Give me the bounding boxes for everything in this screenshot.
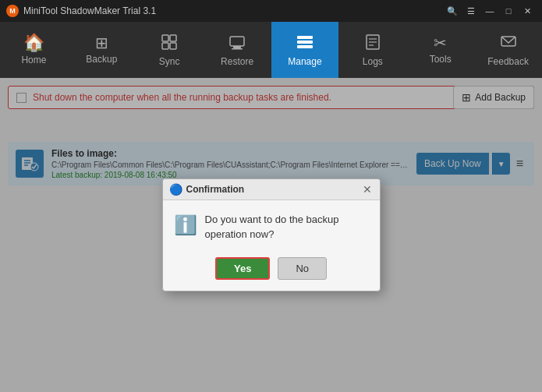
nav-feedback-label: Feedback	[487, 56, 529, 67]
dialog-body: ℹ️ Do you want to do the backup operatio…	[163, 200, 380, 250]
sidebar-item-backup[interactable]: ⊞ Backup	[68, 22, 136, 78]
nav-logs-label: Logs	[363, 56, 383, 67]
svg-rect-7	[297, 36, 313, 39]
dialog-footer: Yes No	[163, 251, 380, 291]
dialog-yes-button[interactable]: Yes	[215, 257, 270, 280]
close-button[interactable]: ✕	[519, 4, 536, 18]
sidebar-item-tools[interactable]: ✂ Tools	[406, 22, 474, 78]
nav-bar: 🏠 Home ⊞ Backup Sync Restore	[0, 22, 542, 78]
restore-icon	[228, 34, 246, 53]
svg-rect-9	[297, 45, 313, 48]
tools-icon: ✂	[434, 35, 447, 51]
manage-icon	[296, 34, 314, 53]
nav-backup-label: Backup	[86, 54, 117, 65]
svg-rect-5	[233, 46, 241, 48]
dialog-close-button[interactable]: ✕	[361, 183, 374, 196]
svg-rect-0	[162, 35, 168, 41]
sidebar-item-sync[interactable]: Sync	[136, 22, 204, 78]
logs-icon	[364, 34, 381, 53]
svg-rect-6	[232, 48, 243, 50]
dialog-info-icon: ℹ️	[174, 214, 197, 236]
sidebar-item-feedback[interactable]: Feedback	[474, 22, 542, 78]
sidebar-item-home[interactable]: 🏠 Home	[0, 22, 68, 78]
svg-rect-1	[170, 35, 176, 41]
title-bar: M MiniTool ShadowMaker Trial 3.1 🔍 ☰ — □…	[0, 0, 542, 22]
nav-restore-label: Restore	[221, 56, 253, 67]
search-button[interactable]: 🔍	[444, 4, 461, 18]
app-title: MiniTool ShadowMaker Trial 3.1	[23, 5, 444, 16]
home-icon: 🏠	[23, 34, 44, 51]
svg-rect-8	[297, 41, 313, 44]
menu-button[interactable]: ☰	[462, 4, 480, 18]
dialog-title-left: 🔵 Confirmation	[169, 183, 245, 196]
sidebar-item-logs[interactable]: Logs	[338, 22, 406, 78]
dialog-message: Do you want to do the backup operation n…	[205, 213, 369, 241]
window-controls: 🔍 ☰ — □ ✕	[444, 4, 536, 18]
dialog-no-button[interactable]: No	[278, 257, 327, 280]
nav-tools-label: Tools	[430, 54, 452, 65]
svg-rect-4	[230, 37, 244, 46]
dialog-title-icon: 🔵	[169, 183, 182, 196]
svg-rect-3	[170, 43, 176, 49]
nav-home-label: Home	[21, 55, 46, 65]
feedback-icon	[500, 34, 517, 53]
sidebar-item-manage[interactable]: Manage	[271, 22, 339, 78]
confirmation-dialog: 🔵 Confirmation ✕ ℹ️ Do you want to do th…	[162, 178, 381, 291]
dialog-title: Confirmation	[186, 184, 245, 195]
nav-sync-label: Sync	[159, 56, 180, 67]
backup-icon: ⊞	[95, 35, 108, 51]
main-content: Shut down the computer when all the runn…	[0, 78, 542, 392]
dialog-overlay: 🔵 Confirmation ✕ ℹ️ Do you want to do th…	[0, 78, 542, 392]
minimize-button[interactable]: —	[481, 4, 498, 18]
nav-manage-label: Manage	[288, 56, 321, 67]
sync-icon	[161, 34, 178, 53]
app-logo: M	[6, 5, 19, 17]
maximize-button[interactable]: □	[500, 4, 517, 18]
dialog-title-bar: 🔵 Confirmation ✕	[163, 179, 380, 200]
svg-rect-2	[162, 43, 168, 49]
sidebar-item-restore[interactable]: Restore	[204, 22, 271, 78]
